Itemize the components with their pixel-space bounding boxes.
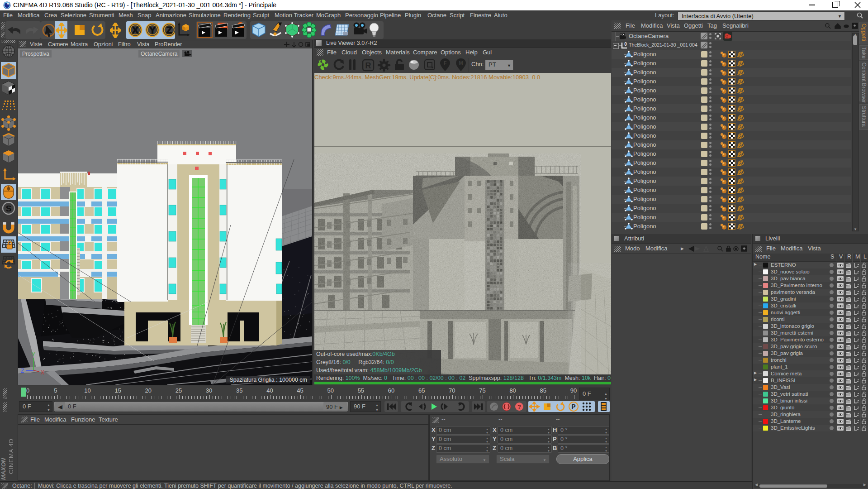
svg-text:M: M bbox=[459, 60, 463, 66]
svg-text:P: P bbox=[571, 403, 575, 410]
svg-text:X: X bbox=[41, 369, 44, 376]
svg-text:Y: Y bbox=[149, 24, 156, 36]
svg-text:X: X bbox=[132, 24, 139, 36]
svg-text:Z: Z bbox=[21, 368, 24, 374]
svg-text:?: ? bbox=[517, 403, 521, 410]
svg-text:Y: Y bbox=[32, 351, 35, 358]
svg-text:S: S bbox=[6, 204, 12, 213]
svg-text:0: 0 bbox=[624, 42, 627, 47]
svg-text:R: R bbox=[365, 61, 371, 70]
svg-text:F: F bbox=[444, 60, 447, 66]
svg-text:Z: Z bbox=[166, 24, 172, 36]
